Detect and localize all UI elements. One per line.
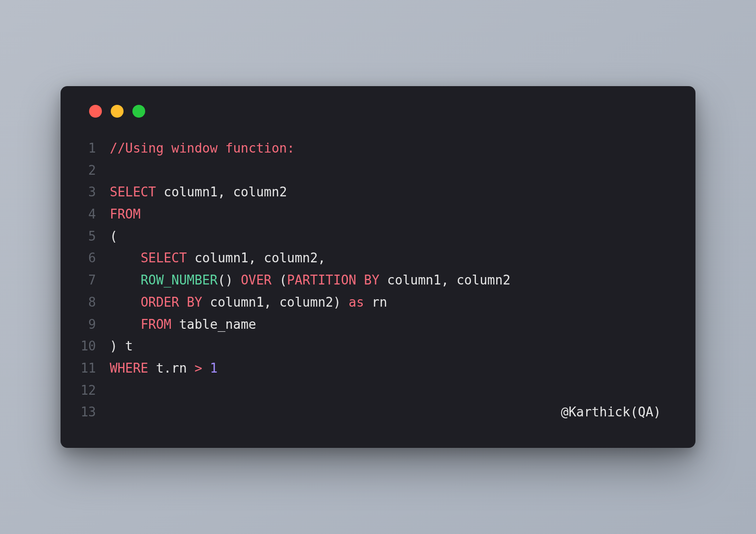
text-token: column1, column2 [202, 295, 333, 310]
keyword-token: ORDER BY [141, 295, 202, 310]
code-line: 8 ORDER BY column1, column2) as rn [80, 291, 671, 314]
maximize-icon[interactable] [132, 105, 145, 118]
text-token: column1, column2 [379, 273, 510, 287]
code-line: 5 ( [80, 225, 671, 248]
punct-token: ) [333, 295, 341, 310]
line-number: 2 [80, 159, 110, 182]
line-number: 13 [80, 401, 110, 423]
text-token: table_name [171, 317, 256, 332]
code-content: @Karthick(QA) [110, 401, 671, 423]
punct-token: ) [110, 339, 118, 353]
operator-token: > [194, 361, 202, 376]
keyword-token: WHERE [110, 361, 148, 376]
code-content: //Using window function: [110, 137, 671, 159]
line-number: 4 [80, 203, 110, 225]
text-token: column1, column2 [156, 185, 287, 199]
punct-token: ( [110, 229, 118, 244]
function-token: ROW_NUMBER [141, 273, 218, 287]
keyword-token: OVER [241, 273, 272, 287]
keyword-token: SELECT [110, 185, 156, 199]
line-number: 9 [80, 314, 110, 336]
code-content: SELECT column1, column2 [110, 181, 671, 203]
keyword-token: FROM [110, 207, 141, 221]
keyword-token: as [348, 295, 364, 310]
text-token: t [118, 339, 133, 353]
text-token: t.rn [148, 361, 194, 376]
code-content: ( [110, 225, 671, 248]
code-content: FROM table_name [110, 314, 671, 336]
code-line: 1 //Using window function: [80, 137, 671, 159]
code-window: 1 //Using window function: 2 3 SELECT co… [61, 86, 695, 448]
indent [110, 295, 141, 310]
indent [110, 317, 141, 332]
punct-token: () [218, 273, 233, 287]
code-line: 6 SELECT column1, column2, [80, 247, 671, 269]
text-token: column1, column2, [187, 251, 326, 265]
code-content [110, 159, 671, 182]
line-number: 11 [80, 357, 110, 379]
code-line: 3 SELECT column1, column2 [80, 181, 671, 203]
number-token: 1 [210, 361, 218, 376]
code-line: 7 ROW_NUMBER() OVER (PARTITION BY column… [80, 269, 671, 291]
line-number: 5 [80, 225, 110, 248]
code-content: ROW_NUMBER() OVER (PARTITION BY column1,… [110, 269, 671, 291]
minimize-icon[interactable] [111, 105, 124, 118]
traffic-lights [80, 105, 671, 118]
space [233, 273, 241, 287]
indent [110, 273, 141, 287]
line-number: 12 [80, 379, 110, 402]
keyword-token: SELECT [141, 251, 187, 265]
code-line: 11 WHERE t.rn > 1 [80, 357, 671, 379]
line-number: 10 [80, 335, 110, 357]
close-icon[interactable] [89, 105, 102, 118]
code-content: WHERE t.rn > 1 [110, 357, 671, 379]
code-content: ) t [110, 335, 671, 357]
code-line: 2 [80, 159, 671, 182]
code-block: 1 //Using window function: 2 3 SELECT co… [80, 137, 671, 423]
space [341, 295, 349, 310]
code-line: 13 @Karthick(QA) [80, 401, 671, 423]
comment-token: //Using window function: [110, 141, 295, 156]
code-line: 10 ) t [80, 335, 671, 357]
code-content: SELECT column1, column2, [110, 247, 671, 269]
punct-token: ( [279, 273, 287, 287]
code-content: FROM [110, 203, 671, 225]
indent [110, 251, 141, 265]
keyword-token: FROM [141, 317, 172, 332]
line-number: 1 [80, 137, 110, 159]
line-number: 6 [80, 247, 110, 269]
text-token: rn [364, 295, 387, 310]
code-content [110, 379, 671, 402]
line-number: 8 [80, 291, 110, 314]
code-content: ORDER BY column1, column2) as rn [110, 291, 671, 314]
credit-text: @Karthick(QA) [561, 405, 662, 419]
code-line: 12 [80, 379, 671, 402]
code-line: 9 FROM table_name [80, 314, 671, 336]
space [272, 273, 280, 287]
line-number: 3 [80, 181, 110, 203]
line-number: 7 [80, 269, 110, 291]
space [202, 361, 210, 376]
code-line: 4 FROM [80, 203, 671, 225]
keyword-token: PARTITION BY [287, 273, 379, 287]
